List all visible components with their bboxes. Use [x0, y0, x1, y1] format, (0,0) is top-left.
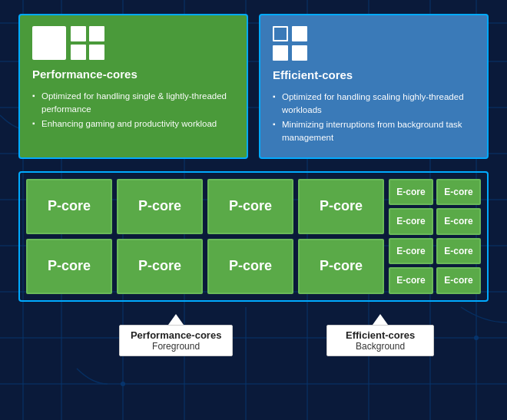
efficient-bullet-1: Optimized for handling scaling highly-th… — [273, 91, 475, 116]
efficient-cores-box: Efficient-cores Optimized for handling s… — [259, 14, 489, 159]
performance-icon-area — [32, 26, 234, 60]
performance-bullets: Optimized for handling single & lightly-… — [32, 90, 234, 133]
grid-cell-3 — [71, 45, 86, 60]
e-core-4: E-core — [389, 238, 433, 265]
efficient-label-main: Efficient-cores — [338, 329, 422, 341]
e-core-3: E-core — [436, 208, 481, 235]
grid-cell-1 — [71, 26, 86, 41]
performance-grid-icon — [71, 26, 104, 60]
bottom-labels: Performance-cores Foreground Efficient-c… — [18, 314, 489, 363]
chip-outer-border: P-core P-core P-core P-core P-core P-cor… — [18, 171, 489, 302]
efficient-arrow-icon — [373, 314, 388, 325]
p-cores-grid: P-core P-core P-core P-core P-core P-cor… — [26, 179, 384, 294]
e-core-0: E-core — [389, 179, 433, 206]
performance-label-box: Performance-cores Foreground — [119, 314, 234, 356]
e-grid-cell-4 — [292, 45, 307, 61]
efficient-title: Efficient-cores — [273, 68, 475, 81]
e-core-7: E-core — [436, 267, 481, 294]
efficient-label-sub: Background — [338, 341, 422, 352]
performance-cores-box: Performance-cores Optimized for handling… — [18, 14, 248, 159]
top-info-row: Performance-cores Optimized for handling… — [18, 14, 489, 159]
efficient-grid-icon — [273, 26, 307, 61]
performance-bullet-1: Optimized for handling single & lightly-… — [32, 90, 234, 115]
p-core-4: P-core — [26, 239, 112, 294]
e-core-5: E-core — [436, 238, 481, 265]
p-core-1: P-core — [117, 179, 203, 234]
performance-label-text-box: Performance-cores Foreground — [119, 325, 234, 356]
efficient-label-text-box: Efficient-cores Background — [326, 325, 434, 356]
performance-label-main: Performance-cores — [131, 329, 222, 341]
performance-title: Performance-cores — [32, 68, 234, 81]
e-grid-cell-3 — [273, 45, 288, 61]
efficient-label-box: Efficient-cores Background — [326, 314, 434, 356]
performance-large-block-icon — [32, 26, 66, 60]
efficient-bullets: Optimized for handling scaling highly-th… — [273, 91, 475, 147]
grid-cell-4 — [89, 45, 104, 60]
p-core-5: P-core — [117, 239, 203, 294]
performance-arrow-icon — [168, 314, 184, 325]
p-core-0: P-core — [26, 179, 112, 234]
grid-cell-2 — [89, 26, 104, 41]
performance-bullet-2: Enhancing gaming and productivity worklo… — [32, 117, 234, 131]
e-core-6: E-core — [389, 267, 433, 294]
p-core-2: P-core — [207, 179, 293, 234]
efficient-icon-area — [273, 26, 475, 61]
efficient-bullet-2: Minimizing interruptions from background… — [273, 118, 475, 144]
e-core-1: E-core — [436, 179, 481, 206]
performance-label-sub: Foreground — [131, 341, 222, 352]
e-core-2: E-core — [389, 208, 433, 235]
main-container: Performance-cores Optimized for handling… — [0, 0, 507, 420]
e-grid-cell-1 — [273, 26, 288, 41]
p-core-7: P-core — [298, 239, 384, 294]
e-cores-grid: E-core E-core E-core E-core E-core E-cor… — [389, 179, 481, 294]
p-core-6: P-core — [207, 239, 293, 294]
p-core-3: P-core — [298, 179, 384, 234]
e-grid-cell-2 — [292, 26, 307, 41]
